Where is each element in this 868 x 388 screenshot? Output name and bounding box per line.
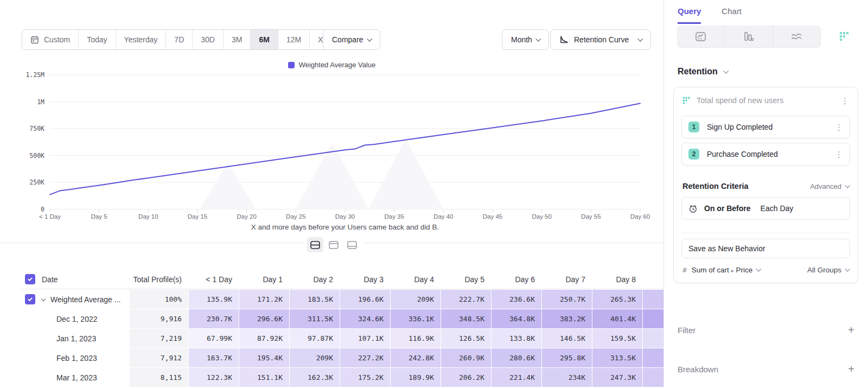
range-3m[interactable]: 3M	[224, 30, 251, 49]
total-profiles-cell[interactable]: 8,115	[129, 368, 188, 387]
retention-value-cell[interactable]: 260.9K	[441, 348, 491, 367]
retention-value-cell[interactable]: 87.92K	[239, 329, 289, 348]
behavior-step-2[interactable]: 2Purchase Completed⋮	[681, 143, 850, 166]
granularity-label: Month	[511, 35, 532, 44]
row-checkbox[interactable]	[25, 274, 35, 284]
retention-value-cell-clipped[interactable]	[642, 348, 663, 367]
row-label-cell[interactable]: Feb 1, 2023	[22, 348, 129, 367]
retention-value-cell[interactable]: 163.7K	[188, 348, 239, 367]
range-7d[interactable]: 7D	[166, 30, 193, 49]
range-30d[interactable]: 30D	[193, 30, 224, 49]
measure-row: # Sum of cart ▸ Price All Groups	[674, 258, 858, 283]
add-breakdown-button[interactable]: +	[848, 364, 854, 374]
range-12m[interactable]: 12M	[278, 30, 310, 49]
retention-value-cell[interactable]: 107.1K	[340, 329, 390, 348]
retention-value-cell[interactable]: 135.9K	[188, 290, 239, 309]
retention-value-cell[interactable]: 67.99K	[188, 329, 239, 348]
row-checkbox[interactable]	[25, 294, 35, 304]
retention-value-cell[interactable]: 280.6K	[491, 348, 541, 367]
retention-value-cell[interactable]: 250.7K	[541, 290, 592, 309]
retention-value-cell[interactable]: 146.5K	[541, 329, 592, 348]
retention-value-cell[interactable]: 295.8K	[541, 348, 592, 367]
layout-split-button[interactable]	[307, 237, 323, 252]
retention-value-cell[interactable]: 209K	[289, 348, 340, 367]
retention-value-cell[interactable]: 401.4K	[592, 309, 642, 328]
retention-value-cell[interactable]: 209K	[390, 290, 441, 309]
retention-value-cell[interactable]: 206.2K	[441, 368, 491, 387]
retention-value-cell[interactable]: 126.5K	[441, 329, 491, 348]
retention-value-cell[interactable]: 196.6K	[340, 290, 390, 309]
retention-value-cell[interactable]: 116.9K	[390, 329, 441, 348]
retention-value-cell[interactable]: 242.8K	[390, 348, 441, 367]
row-label-cell[interactable]: Weighted Average ...	[22, 290, 129, 309]
retention-value-cell[interactable]: 97.87K	[289, 329, 340, 348]
total-profiles-cell[interactable]: 7,219	[129, 329, 188, 348]
chart-type-dropdown[interactable]: Retention Curve	[550, 29, 651, 50]
retention-value-cell[interactable]: 221.4K	[491, 368, 541, 387]
row-label-cell[interactable]: Dec 1, 2022	[22, 309, 129, 328]
retention-section-dropdown[interactable]: Retention	[678, 67, 727, 77]
add-filter-button[interactable]: +	[848, 325, 854, 335]
row-label-cell[interactable]: Mar 1, 2023	[22, 368, 129, 387]
range-6m[interactable]: 6M	[251, 30, 278, 49]
total-profiles-cell[interactable]: 7,912	[129, 348, 188, 367]
breakdown-label: Breakdown	[678, 365, 848, 374]
query-sidebar: Query Chart Retention Total spen	[663, 0, 868, 388]
row-label-cell[interactable]: Jan 1, 2023	[22, 329, 129, 348]
retention-value-cell[interactable]: 313.5K	[592, 348, 642, 367]
total-profiles-cell[interactable]: 9,916	[129, 309, 188, 328]
total-profiles-cell[interactable]: 100%	[129, 290, 188, 309]
tab-chart[interactable]: Chart	[722, 7, 742, 24]
retention-value-cell[interactable]: 336.1K	[390, 309, 441, 328]
tab-flows[interactable]	[773, 26, 821, 48]
retention-curve-chart[interactable]: X and more days before your Users came b…	[0, 71, 663, 233]
retention-value-cell[interactable]: 364.8K	[491, 309, 541, 328]
tab-retention[interactable]	[821, 26, 868, 48]
retention-value-cell[interactable]: 159.5K	[592, 329, 642, 348]
retention-value-cell[interactable]: 189.9K	[390, 368, 441, 387]
retention-value-cell[interactable]: 122.3K	[188, 368, 239, 387]
retention-value-cell-clipped[interactable]	[642, 309, 663, 328]
measure-dropdown[interactable]: Sum of cart ▸ Price	[692, 266, 760, 274]
retention-value-cell[interactable]: 234K	[541, 368, 592, 387]
range-today[interactable]: Today	[79, 30, 116, 49]
tab-query[interactable]: Query	[678, 7, 701, 24]
behavior-kebab-menu[interactable]: ⋮	[841, 97, 849, 105]
retention-value-cell-clipped[interactable]	[642, 329, 663, 348]
behavior-step-1[interactable]: 1Sign Up Completed⋮	[681, 116, 850, 138]
layout-table-only-button[interactable]	[344, 237, 360, 252]
retention-value-cell[interactable]: 311.5K	[289, 309, 340, 328]
step-kebab-menu[interactable]: ⋮	[835, 150, 843, 158]
tab-insights[interactable]	[677, 26, 725, 48]
retention-value-cell[interactable]: 171.2K	[239, 290, 289, 309]
retention-value-cell[interactable]: 175.2K	[340, 368, 390, 387]
retention-value-cell[interactable]: 348.5K	[441, 309, 491, 328]
retention-value-cell[interactable]: 230.7K	[188, 309, 239, 328]
retention-value-cell[interactable]: 195.4K	[239, 348, 289, 367]
step-kebab-menu[interactable]: ⋮	[835, 123, 843, 131]
retention-value-cell[interactable]: 183.5K	[289, 290, 340, 309]
layout-chart-only-button[interactable]	[326, 237, 342, 252]
criteria-mode-dropdown[interactable]: Advanced	[810, 182, 849, 190]
granularity-dropdown[interactable]: Month	[502, 29, 549, 50]
range-custom[interactable]: Custom	[22, 30, 79, 49]
retention-value-cell-clipped[interactable]	[642, 368, 663, 387]
retention-value-cell[interactable]: 227.2K	[340, 348, 390, 367]
range-yesterday[interactable]: Yesterday	[116, 30, 167, 49]
retention-value-cell[interactable]: 133.8K	[491, 329, 541, 348]
retention-value-cell[interactable]: 324.6K	[340, 309, 390, 328]
retention-value-cell[interactable]: 383.2K	[541, 309, 592, 328]
compare-button[interactable]: Compare	[323, 29, 380, 50]
groups-dropdown[interactable]: All Groups	[807, 266, 849, 274]
save-as-new-behavior-button[interactable]: Save as New Behavior	[681, 239, 850, 258]
retention-value-cell[interactable]: 236.6K	[491, 290, 541, 309]
retention-value-cell[interactable]: 162.3K	[289, 368, 340, 387]
retention-value-cell-clipped[interactable]	[642, 290, 663, 309]
retention-value-cell[interactable]: 296.6K	[239, 309, 289, 328]
tab-funnels[interactable]	[725, 26, 773, 48]
retention-value-cell[interactable]: 222.7K	[441, 290, 491, 309]
retention-value-cell[interactable]: 151.1K	[239, 368, 289, 387]
retention-value-cell[interactable]: 265.3K	[592, 290, 642, 309]
criteria-card[interactable]: On or Before Each Day	[681, 197, 850, 220]
retention-value-cell[interactable]: 247.3K	[592, 368, 642, 387]
